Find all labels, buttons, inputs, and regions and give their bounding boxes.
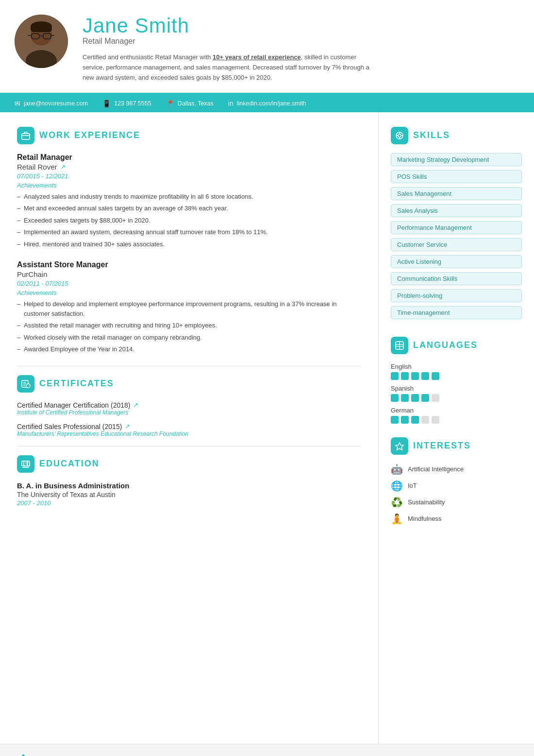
dot-2 [401,372,409,380]
ai-icon: 🤖 [391,464,403,475]
skill-tag: Customer Service [391,238,522,251]
header: Jane Smith Retail Manager Certified and … [0,0,534,95]
interest-sustainability-label: Sustainability [408,498,445,506]
dot-5 [432,416,439,424]
interest-ai: 🤖 Artificial Intelligence [391,464,522,475]
avatar [15,15,68,68]
left-column: WORK EXPERIENCE Retail Manager Retail Ro… [0,112,379,744]
edu-dates: 2007 - 2010 [17,499,361,507]
job-1-company-name: Retail Rover [17,163,57,171]
skill-tag: Problem-solving [391,289,522,302]
right-column: SKILLS Marketing Strategy Development PO… [379,112,534,744]
lang-spanish-label: Spanish [391,385,522,392]
lang-german-label: German [391,407,522,414]
novo-logo-icon: N [15,753,32,756]
languages-title: LANGUAGES [413,340,478,350]
bullet-item: Hired, mentored and trained 30+ sales as… [17,240,361,249]
external-link-icon: ↗ [133,401,138,409]
job-1-bullets: Analyzed sales and industry trends to ma… [17,192,361,249]
job-1: Retail Manager Retail Rover ↗ 07/2015 - … [17,153,361,249]
bullet-item: Implemented an award system, decreasing … [17,227,361,237]
job-1-achievements-label: Achievements [17,182,361,189]
cert-1-title: Certified Manager Certification (2018) ↗ [17,401,361,409]
skill-tag: Sales Management [391,187,522,200]
contact-email: ✉ jane@novoresume.com [15,100,88,107]
skill-tag: Communication Skills [391,272,522,285]
mindfulness-icon: 🧘 [391,513,403,525]
dot-1 [391,394,399,402]
lang-english: English [391,363,522,380]
candidate-summary: Certified and enthusiastic Retail Manage… [83,52,374,83]
contact-location: 📍 Dallas, Texas [166,100,214,107]
interest-sustainability: ♻️ Sustainability [391,497,522,508]
bullet-item: Awarded Employee of the Year in 2014. [17,344,361,354]
svg-marker-32 [16,754,31,756]
cert-1: Certified Manager Certification (2018) ↗… [17,401,361,416]
edu-school: The University of Texas at Austin [17,491,361,498]
job-2: Assistant Store Manager PurChain 02/2011… [17,260,361,354]
dot-4 [421,372,429,380]
certificates-icon [17,375,34,393]
external-link-icon: ↗ [60,163,66,171]
dot-2 [401,416,409,424]
interest-iot: 🌐 IoT [391,480,522,492]
lang-english-dots [391,372,522,380]
lang-german-dots [391,416,522,424]
bullet-item: Assisted the retail manager with recruit… [17,321,361,330]
job-2-bullets: Helped to develop and implement employee… [17,299,361,354]
skill-tag: Marketing Strategy Development [391,153,522,166]
dot-1 [391,372,399,380]
cert-2-org: Manufacturers' Representatives Education… [17,430,361,437]
divider [17,446,361,447]
candidate-name: Jane Smith [83,15,515,37]
certificates-header: CERTIFICATES [17,375,361,393]
dot-4 [421,394,429,402]
certificates-title: CERTIFICATES [39,378,114,389]
iot-icon: 🌐 [391,480,403,492]
bullet-item: Analyzed sales and industry trends to ma… [17,192,361,202]
languages-icon [391,337,408,354]
svg-rect-17 [22,461,28,466]
work-experience-title: WORK EXPERIENCE [39,130,140,140]
job-1-title: Retail Manager [17,153,361,162]
candidate-title: Retail Manager [83,37,515,46]
interests-title: INTERESTS [413,441,471,451]
interest-mindfulness: 🧘 Mindfulness [391,513,522,525]
location-icon: 📍 [166,100,174,107]
svg-point-23 [398,134,401,137]
work-experience-header: WORK EXPERIENCE [17,127,361,144]
skills-title: SKILLS [413,130,450,140]
interests-header: INTERESTS [391,437,522,455]
dot-5 [432,372,439,380]
linkedin-icon: in [228,100,234,107]
dot-2 [401,394,409,402]
dot-3 [411,372,419,380]
lang-spanish-dots [391,394,522,402]
lang-english-label: English [391,363,522,370]
contact-phone: 📱 123 987 5555 [102,100,151,107]
lang-spanish: Spanish [391,385,522,402]
skill-tag: Performance Management [391,221,522,234]
education-header: EDUCATION [17,455,361,473]
divider [17,366,361,366]
main-content: WORK EXPERIENCE Retail Manager Retail Ro… [0,112,534,744]
job-2-title: Assistant Store Manager [17,260,361,269]
interests-icon [391,437,408,455]
lang-german: German [391,407,522,424]
education-title: EDUCATION [39,459,100,469]
dot-4 [421,416,429,424]
job-2-achievements-label: Achievements [17,289,361,296]
languages-header: LANGUAGES [391,337,522,354]
footer: N novoresume.com [0,744,534,756]
job-2-company: PurChain [17,270,361,278]
skill-tag: Time-management [391,306,522,319]
skill-tag: Sales Analysis [391,204,522,217]
dot-1 [391,416,399,424]
skills-icon [391,127,408,144]
job-1-dates: 07/2015 - 12/2021 [17,172,361,180]
bullet-item: Met and exceeded annual sales targets by… [17,204,361,213]
bullet-item: Exceeded sales targets by $88,000+ in 20… [17,216,361,225]
interests-section: INTERESTS 🤖 Artificial Intelligence 🌐 Io… [391,437,522,525]
skill-tag: Active Listening [391,255,522,268]
contact-linkedin[interactable]: in linkedin.com/in/jane.smith [228,100,306,107]
